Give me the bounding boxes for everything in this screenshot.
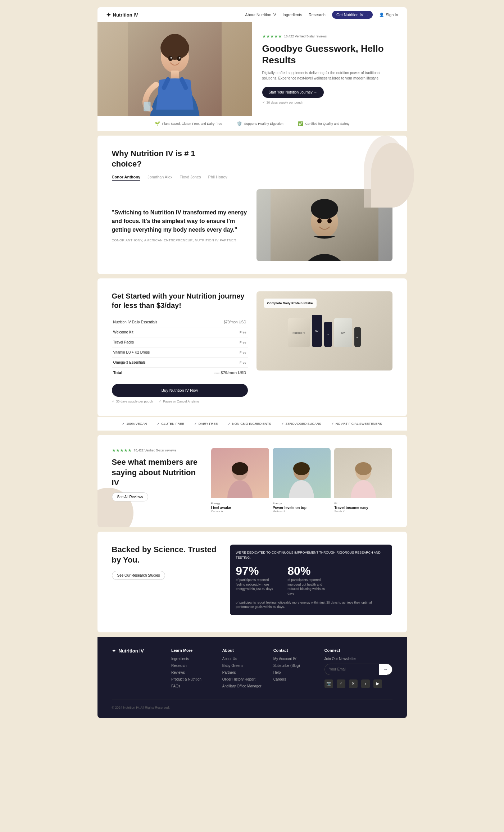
badge-text-6: NO ARTIFICIAL SWEETENERS [336,422,382,426]
svg-point-21 [289,480,314,498]
logo-text: Nutrition IV [113,12,138,18]
table-row: Nutrition IV Daily Essentials $79/mon US… [112,317,248,327]
review-thumbnail-1[interactable]: ▶ [211,448,269,498]
why-tab-jonathan[interactable]: Jonathan Alex [147,175,172,181]
footer-bottom: © 2024 Nutrition IV. All Rights Reserved… [112,700,392,709]
table-row: Omega-3 Essentials Free [112,358,248,368]
badge-nongmo: ✓ NON-GMO INGREDIENTS [228,422,271,426]
newsletter-email-input[interactable] [325,664,379,675]
footer-col-title-4: Connect [324,648,392,653]
badge-dairy: ✓ DAIRY-FREE [194,422,218,426]
footer-link-partners[interactable]: Partners [222,670,265,674]
review-detail-1: Connor A. [211,510,269,513]
see-all-reviews-button[interactable]: See All Reviews [112,492,149,501]
newsletter-submit-button[interactable]: → [379,664,392,675]
review-tag-2: Energy [273,502,331,505]
pricing-footer: ✓ 30 days supply per pouch ✓ Pause or Ca… [112,400,248,403]
footer-link-reviews[interactable]: Reviews [171,670,214,674]
science-title: Backed by Science. Trusted by You. [112,545,220,565]
footer-connect-col: Connect Join Our Newsletter → 📷 f ✕ ♪ ▶ [324,648,392,691]
footer-link-help[interactable]: Help [273,670,316,674]
footer-about-col: About About Us Baby Greens Partners Orde… [222,648,265,691]
nav-ingredients[interactable]: Ingredients [282,13,302,17]
reviews-stars: ★★★★★ [112,448,132,453]
footer-learn-col: Learn More Ingredients Research Reviews … [171,648,214,691]
review-person-3 [349,459,378,498]
science-cta-button[interactable]: See Our Research Studies [112,571,165,580]
nav-cta-button[interactable]: Get Nutrition IV → [332,11,373,19]
hero-content: ★★★★★ 16,422 Verified 5-star reviews Goo… [252,22,407,116]
review-caption-3: Travel become easy [334,506,392,510]
table-row: Vitamin D3 + K2 Drops Free [112,347,248,358]
item-essentials: Nutrition IV Daily Essentials [112,317,190,327]
footer-link-baby[interactable]: Baby Greens [222,664,265,668]
stat-1-number: 97% [236,564,279,578]
nav-links: About Nutrition IV Ingredients Research … [245,11,398,19]
hero-guarantee: ✓ 30 days supply per pouch [262,101,397,104]
newsletter-label: Join Our Newsletter [324,657,392,661]
check-icon-2: ✓ [159,400,162,403]
footer-link-account[interactable]: My Account IV [273,657,316,661]
svg-point-8 [170,57,171,59]
review-person-1 [226,459,254,498]
nav-research[interactable]: Research [309,13,326,17]
review-thumbnail-3[interactable]: ▶ [334,448,392,498]
science-stats-block: WE'RE DEDICATED TO CONTINUOUS IMPROVEMEN… [230,545,392,615]
buy-button[interactable]: Buy Nutrition IV Now [112,384,248,397]
hero-title: Goodbye Guesswork, Hello Results [262,43,397,65]
footer-link-history[interactable]: Order History Report [222,677,265,681]
facebook-icon[interactable]: f [337,679,345,688]
review-info-1: Energy I feel awake Connor A. [211,498,269,514]
badge-text-5: ZERO ADDED SUGARS [286,422,321,426]
youtube-icon[interactable]: ▶ [373,679,382,688]
tiktok-icon[interactable]: ♪ [361,679,370,688]
footer-copyright: © 2024 Nutrition IV. All Rights Reserved… [112,706,170,709]
price-omega: Free [190,358,248,368]
science-section: Backed by Science. Trusted by You. See O… [97,532,407,632]
footer-link-careers[interactable]: Careers [273,677,316,681]
nav-sign-in[interactable]: 👤 Sign In [379,13,398,17]
trust-text-3: Certified for Quality and Safety [305,122,350,126]
review-detail-3: Sarah K. [334,510,392,513]
price-vitamin: Free [190,347,248,358]
science-left: Backed by Science. Trusted by You. See O… [112,545,220,580]
svg-point-14 [317,218,322,223]
footer-link-research[interactable]: Research [171,664,214,668]
nav-about[interactable]: About Nutrition IV [245,13,276,17]
instagram-icon[interactable]: 📷 [324,679,333,688]
hero-review-count: 16,422 Verified 5-star reviews [284,35,327,38]
review-tag-3: Fit [334,502,392,505]
footer-link-faqs[interactable]: FAQs [171,684,214,688]
why-tab-conor[interactable]: Conor Anthony [112,175,141,181]
badge-text-3: DAIRY-FREE [199,422,218,426]
review-caption-2: Power levels on top [273,506,331,510]
footer: ✦ Nutrition IV Learn More Ingredients Re… [97,637,407,718]
why-quote: "Switching to Nutrition IV transformed m… [112,208,248,234]
review-card-1: ▶ Energy I feel awake Connor A. [211,448,269,514]
why-tab-phil[interactable]: Phil Honey [208,175,227,181]
svg-point-15 [327,218,332,223]
footer-brand-col: ✦ Nutrition IV [112,648,163,691]
footer-link-manager[interactable]: Ancillary Office Manager [222,684,265,688]
why-tab-floyd[interactable]: Floyd Jones [180,175,201,181]
bottle-dark: IV [354,327,361,347]
table-row-total: Total ---- $79/mon USD [112,368,248,378]
hero-cta-button[interactable]: Start Your Nutrition Journey → [262,87,324,98]
badge-vegan: ✓ 100% VEGAN [122,422,147,426]
review-detail-2: Melissa J. [273,510,331,513]
original-price: ---- [214,370,220,375]
certified-icon: ✅ [298,121,303,126]
price-welcome: Free [190,327,248,337]
footer-link-nutrition[interactable]: Product & Nutrition [171,677,214,681]
footer-link-about[interactable]: About Us [222,657,265,661]
reviews-header: ★★★★★ 76,422 Verified 5-star reviews See… [112,448,392,514]
stat-1-desc: of participants reported feeling noticea… [236,578,279,591]
footer-logo-text: Nutrition IV [119,648,144,654]
trust-bar: 🌱 Plant-Based, Gluten-Free, and Dairy-Fr… [97,116,407,131]
footer-link-ingredients[interactable]: Ingredients [171,657,214,661]
footer-logo-icon: ✦ [112,648,116,654]
svg-rect-5 [144,102,150,111]
twitter-x-icon[interactable]: ✕ [349,679,358,688]
review-thumbnail-2[interactable]: ▶ [273,448,331,498]
footer-link-blog[interactable]: Subscribe (Blog) [273,664,316,668]
